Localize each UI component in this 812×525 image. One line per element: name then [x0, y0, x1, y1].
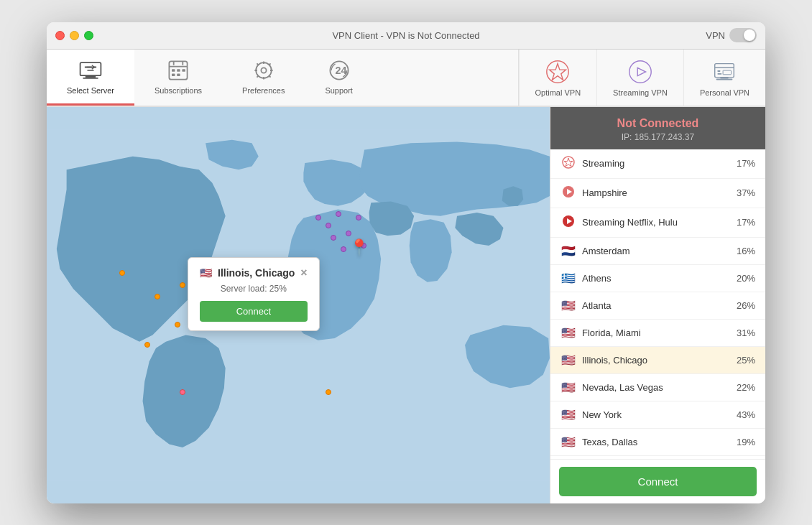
popup-location: Illinois, Chicago — [218, 267, 295, 279]
play-icon — [562, 185, 575, 198]
svg-rect-1 — [86, 75, 96, 78]
toolbar-nav: Select Server Subscriptions — [47, 50, 373, 106]
server-name: Florida, Miami — [582, 327, 731, 338]
server-pct: 19% — [737, 437, 755, 447]
window-title: VPN Client - VPN is Not Connected — [332, 30, 479, 41]
svg-rect-26 — [724, 70, 732, 75]
server-row-nevada-las-vegas[interactable]: 🇺🇸 Nevada, Las Vegas 22% — [550, 374, 765, 401]
server-flag: 🇺🇸 — [560, 326, 576, 340]
personal-vpn-item[interactable]: Personal VPN — [683, 50, 765, 106]
server-pct: 37% — [737, 187, 755, 198]
select-server-icon — [78, 57, 103, 83]
toggle-track[interactable] — [729, 28, 757, 42]
toolbar: Select Server Subscriptions — [47, 50, 765, 107]
map-dot — [341, 246, 346, 252]
svg-rect-24 — [718, 70, 721, 72]
popup-server-load: Server load: 25% — [200, 284, 308, 294]
server-row-new-york[interactable]: 🇺🇸 New York 43% — [550, 401, 765, 429]
server-pct: 26% — [737, 300, 755, 311]
server-name: Streaming — [582, 158, 731, 169]
nav-preferences[interactable]: Preferences — [222, 50, 305, 106]
svg-rect-0 — [80, 62, 101, 75]
svg-rect-28 — [716, 78, 733, 80]
preferences-label: Preferences — [242, 86, 285, 95]
server-name: Athens — [582, 273, 731, 284]
nav-subscriptions[interactable]: Subscriptions — [134, 50, 222, 106]
close-button[interactable] — [55, 31, 65, 40]
select-server-label: Select Server — [67, 86, 114, 95]
svg-rect-13 — [172, 74, 175, 77]
server-name: Nevada, Las Vegas — [582, 382, 731, 393]
server-flag: 🇺🇸 — [560, 435, 576, 449]
server-row-atlanta[interactable]: 🇺🇸 Atlanta 26% — [550, 292, 765, 320]
toolbar-right: Optimal VPN Streaming VPN — [518, 50, 765, 106]
subscriptions-label: Subscriptions — [154, 86, 202, 95]
preferences-icon — [251, 57, 277, 83]
map-dot — [180, 389, 185, 395]
support-icon: 24 — [326, 57, 352, 83]
server-pct: 25% — [737, 355, 755, 366]
app-window: VPN Client - VPN is Not Connected VPN — [47, 22, 765, 503]
traffic-lights — [55, 31, 93, 40]
support-label: Support — [325, 86, 353, 95]
svg-rect-25 — [718, 73, 722, 74]
minimize-button[interactable] — [70, 31, 79, 40]
map-area[interactable]: 📍 🇺🇸 Illinois, Chicago × Server load: 25… — [47, 107, 550, 503]
server-pct: 22% — [737, 382, 755, 393]
server-row-texas-dallas[interactable]: 🇺🇸 Texas, Dallas 19% — [550, 429, 765, 456]
server-row-illinois-chicago[interactable]: 🇺🇸 Illinois, Chicago 25% — [550, 347, 765, 374]
nav-support[interactable]: 24 Support — [305, 50, 373, 106]
server-pct: 43% — [737, 409, 755, 420]
connection-status: Not Connected — [562, 117, 754, 130]
maximize-button[interactable] — [84, 31, 93, 40]
map-dot — [180, 282, 185, 288]
map-dot — [336, 211, 341, 217]
server-row-athens[interactable]: 🇬🇷 Athens 20% — [550, 265, 765, 292]
streaming-vpn-item[interactable]: Streaming VPN — [596, 50, 683, 106]
map-dot — [356, 215, 361, 220]
map-dot — [175, 322, 180, 327]
server-flag — [560, 215, 576, 231]
svg-point-16 — [261, 68, 266, 73]
vpn-toggle[interactable]: VPN — [706, 28, 757, 42]
panel-connect-button[interactable]: Connect — [559, 467, 757, 496]
server-row-florida-miami[interactable]: 🇺🇸 Florida, Miami 31% — [550, 320, 765, 347]
popup-flag: 🇺🇸 — [200, 267, 212, 279]
panel-header: Not Connected IP: 185.177.243.37 — [550, 107, 765, 149]
server-list[interactable]: Streaming 17% Hampshire 37% — [550, 149, 765, 459]
server-row-hampshire[interactable]: Hampshire 37% — [550, 179, 765, 208]
server-row-amsterdam[interactable]: 🇳🇱 Amsterdam 16% — [550, 238, 765, 265]
popup-connect-button[interactable]: Connect — [200, 301, 308, 322]
server-name: Amsterdam — [582, 246, 731, 256]
server-flag: 🇬🇷 — [560, 271, 576, 285]
nav-select-server[interactable]: Select Server — [47, 50, 134, 106]
server-name: Illinois, Chicago — [582, 355, 731, 366]
optimal-vpn-item[interactable]: Optimal VPN — [519, 50, 597, 106]
server-row-streaming[interactable]: Streaming 17% — [550, 149, 765, 179]
streaming-special-icon — [562, 156, 575, 169]
server-row-netflix[interactable]: Streaming Netflix, Hulu 17% — [550, 208, 765, 238]
panel-footer: Connect — [550, 459, 765, 503]
server-flag: 🇳🇱 — [560, 244, 576, 258]
popup-close-button[interactable]: × — [300, 266, 307, 279]
toggle-thumb — [744, 29, 755, 41]
svg-rect-10 — [172, 69, 175, 72]
server-pct: 17% — [737, 217, 755, 228]
map-dot — [119, 270, 125, 276]
server-pct: 20% — [737, 273, 755, 284]
popup-header: 🇺🇸 Illinois, Chicago × — [200, 266, 308, 279]
vpn-toggle-label: VPN — [706, 30, 725, 41]
personal-vpn-label: Personal VPN — [700, 88, 749, 97]
svg-rect-27 — [721, 77, 729, 78]
svg-rect-11 — [177, 69, 180, 72]
ip-address: IP: 185.177.243.37 — [562, 132, 754, 142]
server-name: New York — [582, 409, 731, 420]
main-content: 📍 🇺🇸 Illinois, Chicago × Server load: 25… — [47, 107, 765, 503]
streaming-vpn-icon — [627, 58, 654, 85]
server-panel: Not Connected IP: 185.177.243.37 Streami… — [550, 107, 765, 503]
server-pct: 31% — [737, 327, 755, 338]
svg-rect-14 — [177, 74, 180, 77]
server-flag — [560, 156, 576, 172]
server-flag — [560, 185, 576, 201]
titlebar: VPN Client - VPN is Not Connected VPN — [47, 22, 765, 50]
